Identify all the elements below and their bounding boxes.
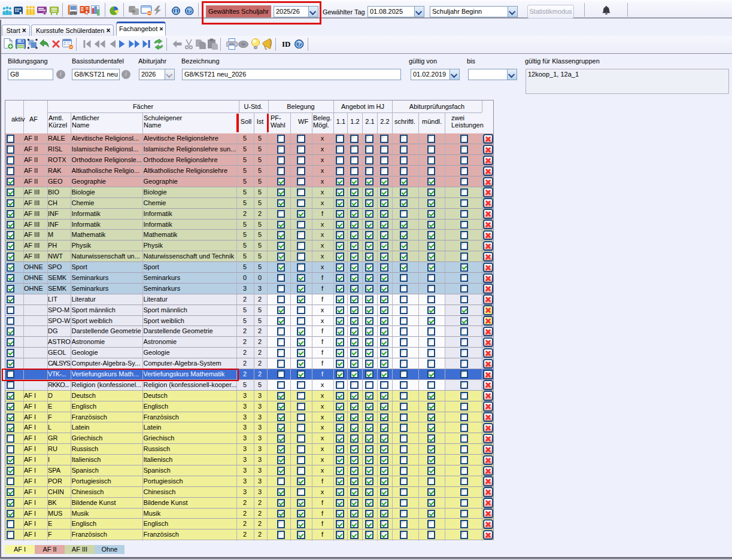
svg-text:?: ?	[187, 7, 191, 14]
svg-text:?: ?	[297, 41, 301, 47]
